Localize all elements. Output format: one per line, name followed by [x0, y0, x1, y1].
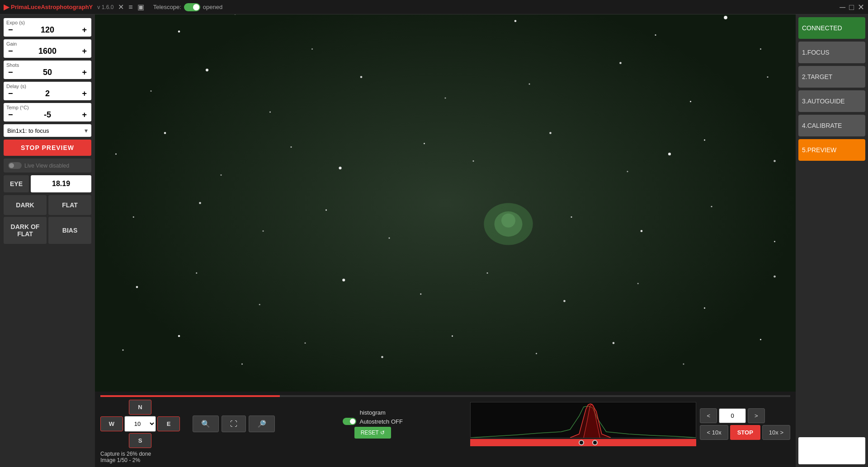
- autostretch-toggle[interactable]: [343, 418, 356, 425]
- next-button[interactable]: >: [748, 408, 765, 423]
- live-view-toggle[interactable]: [8, 162, 22, 169]
- save-icon[interactable]: ▣: [137, 3, 144, 11]
- histogram-title: histogram: [360, 409, 386, 416]
- svg-point-21: [115, 153, 117, 154]
- east-button[interactable]: E: [157, 416, 180, 431]
- gain-plus-button[interactable]: +: [80, 47, 89, 56]
- svg-point-3: [178, 30, 180, 33]
- telescope-toggle[interactable]: [184, 3, 200, 11]
- svg-point-45: [196, 272, 197, 274]
- preview-button[interactable]: 5.PREVIEW: [798, 139, 865, 161]
- right-panel: CONNECTED 1.FOCUS 2.TARGET 3.AUTOGUIDE 4…: [796, 14, 868, 467]
- title-bar: ▶ PrimaLuceAstrophotographY v 1.6.0 ✕ ≡ …: [0, 0, 868, 14]
- live-view-bar: Live View disabled: [4, 159, 91, 173]
- temp-minus-button[interactable]: −: [6, 110, 15, 120]
- svg-point-19: [690, 101, 691, 102]
- target-button[interactable]: 2.TARGET: [798, 66, 865, 88]
- eye-button[interactable]: EYE: [4, 175, 29, 192]
- calibrate-button[interactable]: 4.CALIBRATE: [798, 115, 865, 136]
- stop-button[interactable]: STOP: [730, 425, 760, 440]
- svg-point-37: [262, 230, 264, 232]
- progress-info: Capture is 26% done Image 1/50 - 2%: [100, 451, 790, 463]
- focus-button[interactable]: 1.FOCUS: [798, 42, 865, 63]
- prev-button[interactable]: <: [700, 408, 717, 423]
- west-button[interactable]: W: [100, 416, 123, 431]
- histogram-slider[interactable]: [470, 439, 696, 446]
- progress-line2: Image 1/50 - 2%: [100, 457, 790, 463]
- delay-minus-button[interactable]: −: [6, 89, 15, 98]
- svg-point-5: [311, 48, 313, 50]
- histogram-header: histogram: [360, 409, 386, 416]
- bin-dropdown[interactable]: Bin1x1: to focus ▾: [4, 124, 91, 137]
- controls-row: N W 10 1 5 20 50 E S: [100, 400, 790, 448]
- expo-minus-button[interactable]: −: [6, 25, 15, 35]
- gain-param: Gain − 1600 +: [4, 39, 91, 58]
- delay-value: 2: [45, 89, 50, 98]
- svg-point-46: [259, 304, 260, 305]
- bin-dropdown-value: Bin1x1: to focus: [7, 127, 49, 134]
- stop-preview-button[interactable]: STOP PREVIEW: [4, 140, 91, 156]
- svg-point-42: [711, 206, 712, 207]
- svg-point-16: [444, 97, 446, 98]
- svg-point-22: [164, 132, 166, 134]
- dark-of-flat-button[interactable]: DARK OF FLAT: [4, 217, 47, 244]
- connected-button[interactable]: CONNECTED: [798, 17, 865, 39]
- left-panel: Expo (s) − 120 + Gain − 1600 + Shots − 5…: [0, 14, 95, 467]
- svg-point-11: [760, 48, 761, 50]
- zoom-in-button[interactable]: 🔍: [193, 416, 219, 432]
- svg-point-62: [683, 363, 684, 364]
- gain-label: Gain: [6, 41, 89, 47]
- reset-button[interactable]: RESET ↺: [354, 427, 391, 439]
- svg-point-27: [472, 160, 474, 162]
- svg-point-61: [613, 342, 615, 344]
- svg-point-56: [241, 363, 243, 364]
- close-button[interactable]: ✕: [858, 3, 864, 11]
- delay-label: Delay (s): [6, 84, 89, 89]
- south-button[interactable]: S: [129, 433, 151, 448]
- shots-plus-button[interactable]: +: [80, 68, 89, 77]
- direction-pad: N W 10 1 5 20 50 E S: [100, 400, 180, 448]
- expo-label: Expo (s): [6, 20, 89, 25]
- svg-point-50: [563, 300, 566, 302]
- gain-minus-button[interactable]: −: [6, 47, 15, 56]
- bias-button[interactable]: BIAS: [48, 217, 91, 244]
- window-controls: ─ □ ✕: [840, 3, 864, 11]
- dark-button[interactable]: DARK: [4, 195, 47, 215]
- svg-point-47: [342, 279, 345, 281]
- north-button[interactable]: N: [129, 400, 151, 415]
- step-input[interactable]: 10 1 5 20 50: [124, 416, 156, 432]
- autoguide-button[interactable]: 3.AUTOGUIDE: [798, 90, 865, 112]
- fit-button[interactable]: ⛶: [222, 416, 246, 432]
- next-10-button[interactable]: 10x >: [762, 425, 790, 440]
- svg-point-39: [388, 237, 390, 238]
- frame-input[interactable]: [719, 408, 746, 423]
- expo-plus-button[interactable]: +: [80, 25, 89, 35]
- svg-point-43: [774, 241, 775, 242]
- shots-value: 50: [43, 68, 52, 77]
- shots-label: Shots: [6, 62, 89, 68]
- maximize-button[interactable]: □: [849, 3, 854, 11]
- svg-point-49: [486, 272, 488, 274]
- app-name: PrimaLuceAstrophotographY: [11, 4, 93, 10]
- svg-point-9: [655, 34, 656, 36]
- svg-point-51: [637, 283, 639, 284]
- crosshair-icon[interactable]: ✕: [118, 3, 124, 11]
- expo-param: Expo (s) − 120 +: [4, 18, 91, 37]
- shots-minus-button[interactable]: −: [6, 68, 15, 77]
- temp-plus-button[interactable]: +: [80, 110, 89, 120]
- delay-plus-button[interactable]: +: [80, 89, 89, 98]
- left-slider-handle[interactable]: [579, 440, 584, 445]
- svg-point-55: [178, 335, 180, 337]
- zoom-out-button[interactable]: 🔍: [249, 416, 275, 432]
- svg-point-15: [360, 76, 363, 78]
- prev-10-button[interactable]: < 10x: [700, 425, 728, 440]
- flat-button[interactable]: FLAT: [48, 195, 91, 215]
- settings-icon[interactable]: ≡: [128, 3, 132, 11]
- right-slider-handle[interactable]: [592, 440, 598, 445]
- svg-point-35: [133, 216, 134, 218]
- svg-point-29: [627, 171, 628, 172]
- svg-point-23: [220, 174, 222, 176]
- star-field: [95, 14, 796, 392]
- histogram-area: histogram Autostretch OFF RESET ↺: [288, 409, 458, 439]
- minimize-button[interactable]: ─: [840, 3, 845, 11]
